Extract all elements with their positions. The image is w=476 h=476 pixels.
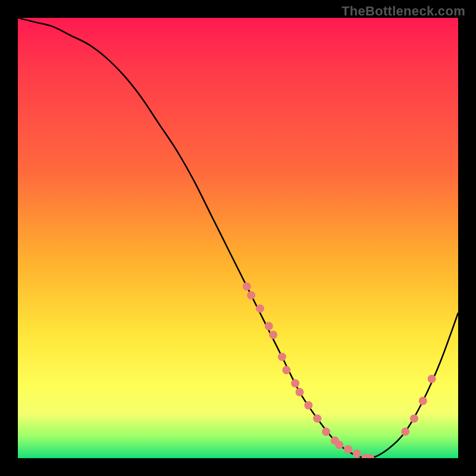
data-point bbox=[313, 414, 321, 422]
plot-area bbox=[18, 18, 458, 458]
data-point bbox=[256, 304, 264, 312]
data-point bbox=[335, 441, 343, 449]
data-point bbox=[344, 445, 352, 453]
data-point bbox=[243, 282, 251, 290]
chart-svg bbox=[18, 18, 458, 458]
data-point bbox=[247, 291, 255, 299]
data-point bbox=[353, 450, 361, 458]
data-point bbox=[410, 414, 418, 422]
data-point bbox=[265, 322, 273, 330]
data-point bbox=[282, 366, 290, 374]
watermark-text: TheBottleneck.com bbox=[342, 4, 465, 19]
data-point bbox=[304, 401, 312, 409]
data-point bbox=[419, 397, 427, 405]
data-point bbox=[296, 388, 304, 396]
data-point bbox=[269, 331, 277, 339]
data-point bbox=[428, 375, 436, 383]
chart-container: TheBottleneck.com bbox=[0, 0, 476, 476]
data-point bbox=[401, 428, 409, 436]
curve bbox=[18, 18, 458, 458]
data-point bbox=[322, 428, 330, 436]
data-point bbox=[278, 353, 286, 361]
data-point bbox=[291, 379, 299, 387]
